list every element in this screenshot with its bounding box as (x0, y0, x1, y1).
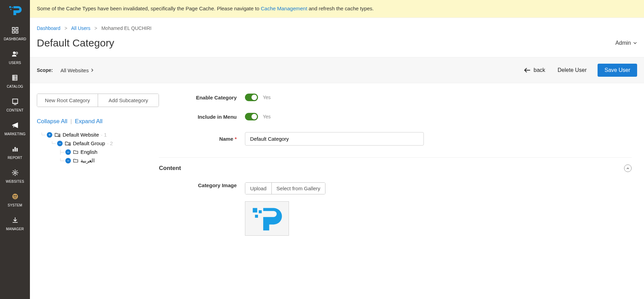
enable-category-toggle[interactable] (245, 94, 258, 101)
tree-node-website[interactable]: └─ + Default Website · 1 (37, 130, 159, 139)
back-button[interactable]: back (524, 67, 545, 73)
svg-rect-19 (253, 208, 257, 213)
svg-point-15 (13, 195, 15, 196)
tree-node-group[interactable]: └─ − Default Group · 2 (37, 139, 159, 148)
cache-management-link[interactable]: Cache Management (261, 6, 307, 11)
breadcrumb-dashboard[interactable]: Dashboard (37, 25, 61, 31)
back-label: back (534, 67, 545, 73)
tree-count: · 1 (101, 132, 107, 138)
nav-label: CATALOG (7, 85, 23, 88)
image-preview[interactable] (245, 201, 289, 236)
nav-dashboard[interactable]: DASHBOARD (0, 22, 30, 46)
nav-label: REPORT (8, 156, 22, 160)
save-user-button[interactable]: Save User (598, 64, 637, 77)
svg-rect-10 (12, 149, 14, 151)
name-input[interactable] (245, 132, 424, 146)
nav-label: MARKETING (4, 132, 25, 136)
breadcrumb: Dashboard > All Users > Mohamed EL QUCHI… (30, 18, 644, 31)
svg-rect-4 (15, 28, 18, 30)
users-icon (10, 49, 20, 59)
left-panel: New Root Category Add Subcategory Collap… (37, 94, 159, 299)
name-row: Name * (159, 132, 632, 146)
delete-user-button[interactable]: Delete User (558, 67, 587, 73)
collapse-icon[interactable]: − (65, 158, 71, 163)
form-panel: Enable Category Yes Include in Menu Yes … (159, 94, 632, 299)
nav-label: MANAGER (6, 227, 24, 231)
collapse-section-icon[interactable] (624, 164, 632, 172)
expand-all-link[interactable]: Expand All (75, 118, 103, 125)
nav-label: USERS (9, 61, 21, 65)
section-title: Content (159, 165, 181, 172)
dashboard-icon (10, 25, 20, 35)
nav-catalog[interactable]: CATALOG (0, 70, 30, 93)
collapse-all-link[interactable]: Collapse All (37, 118, 67, 125)
tree-label: العربية (80, 158, 95, 164)
tree-label: English (80, 149, 97, 155)
tree-label: Default Group (73, 140, 105, 146)
notice-text: and refresh the cache types. (307, 6, 374, 11)
nav-users[interactable]: USERS (0, 46, 30, 70)
tree-connector: ├─ (59, 150, 63, 154)
include-menu-toggle[interactable] (245, 113, 258, 120)
nav-manager[interactable]: MANAGER (0, 212, 30, 236)
report-icon (10, 144, 20, 154)
enable-category-label: Enable Category (159, 95, 245, 100)
add-subcategory-button[interactable]: Add Subcategory (98, 94, 159, 107)
scope-value: All Websites (61, 67, 89, 73)
enable-category-row: Enable Category Yes (159, 94, 632, 101)
include-menu-value: Yes (263, 114, 271, 119)
scope-selector[interactable]: All Websites (61, 67, 94, 73)
tree-count: · 2 (107, 140, 113, 146)
svg-rect-11 (14, 147, 16, 152)
svg-rect-3 (12, 28, 14, 30)
catalog-icon (10, 73, 20, 83)
svg-point-7 (13, 52, 15, 54)
expand-icon[interactable]: + (47, 132, 52, 138)
upload-button[interactable]: Upload (245, 183, 272, 194)
caret-down-icon (633, 41, 637, 45)
tree-node-english[interactable]: ├─ − English (37, 148, 159, 156)
breadcrumb-sep: > (95, 25, 97, 31)
content-area: New Root Category Add Subcategory Collap… (30, 83, 644, 299)
header-row: Default Category Admin (30, 31, 644, 57)
caret-right-icon (91, 68, 94, 72)
scope-label: Scope: (37, 67, 53, 73)
marketing-icon (10, 120, 20, 130)
category-image-row: Category Image Upload Select from Galler… (159, 182, 632, 236)
main: Some of the Cache Types have been invali… (30, 0, 644, 299)
website-icon (54, 132, 61, 138)
nav-label: WEBSITES (6, 180, 24, 183)
svg-rect-1 (12, 7, 13, 8)
svg-point-18 (68, 143, 70, 145)
section-content-header[interactable]: Content (159, 157, 632, 182)
sidebar: DASHBOARD USERS CATALOG CONTENT MARKETIN… (0, 0, 30, 299)
tree-controls: Collapse All | Expand All (37, 118, 159, 125)
nav-marketing[interactable]: MARKETING (0, 117, 30, 141)
nav-websites[interactable]: WEBSITES (0, 164, 30, 188)
nav-system[interactable]: SYSTEM (0, 188, 30, 212)
category-button-group: New Root Category Add Subcategory (37, 94, 159, 107)
divider: | (71, 118, 72, 125)
folder-icon (73, 150, 78, 154)
system-icon (10, 192, 20, 201)
tree-connector: └─ (59, 158, 63, 163)
tree-node-arabic[interactable]: └─ − العربية (37, 156, 159, 165)
cache-notice: Some of the Cache Types have been invali… (30, 0, 644, 18)
toolbar: Scope: All Websites back Delete User Sav… (30, 57, 644, 83)
collapse-icon[interactable]: − (57, 141, 63, 146)
breadcrumb-all-users[interactable]: All Users (71, 25, 90, 31)
nav-report[interactable]: REPORT (0, 141, 30, 164)
notice-text: Some of the Cache Types have been invali… (37, 6, 261, 11)
admin-menu[interactable]: Admin (615, 40, 637, 46)
websites-icon (10, 168, 20, 178)
svg-rect-0 (9, 6, 11, 8)
group-icon (65, 141, 71, 146)
new-root-category-button[interactable]: New Root Category (37, 94, 98, 107)
svg-rect-21 (255, 215, 258, 218)
collapse-icon[interactable]: − (65, 149, 71, 155)
nav-content[interactable]: CONTENT (0, 93, 30, 117)
content-icon (10, 97, 20, 106)
logo[interactable] (7, 4, 23, 18)
svg-rect-12 (16, 148, 18, 151)
select-gallery-button[interactable]: Select from Gallery (272, 183, 325, 194)
